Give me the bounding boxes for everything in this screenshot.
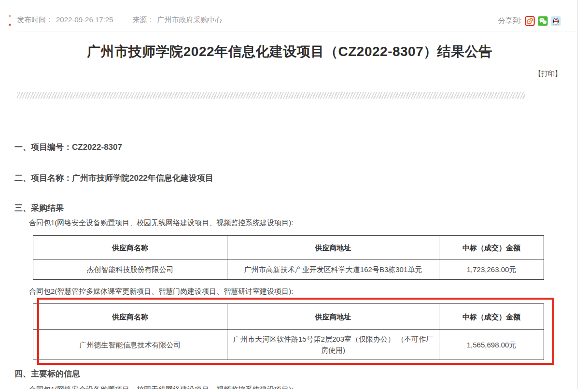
award-amount-cell: 1,565,698.00元 xyxy=(439,330,544,360)
supplier-address-cell: 广州市高新技术产业开发区科学大道162号B3栋301单元 xyxy=(227,259,439,280)
print-button[interactable]: 【打印】 xyxy=(534,70,561,78)
col-header-supplier-name: 供应商名称 xyxy=(33,236,227,259)
section-project-number: 一、项目编号：CZ2022-8307 xyxy=(14,142,122,153)
table-header-row: 供应商名称 供应商地址 中标（成交）金额 xyxy=(33,236,544,259)
package1-intro: 合同包1(网络安全设备购置项目、校园无线网络建设项目、视频监控系统建设项目): xyxy=(29,218,294,228)
section-procurement-result: 三、采购结果 xyxy=(14,202,64,214)
col-header-supplier-address: 供应商地址 xyxy=(227,236,439,259)
package1-result-table: 供应商名称 供应商地址 中标（成交）金额 杰创智能科技股份有限公司 广州市高新技… xyxy=(33,235,544,280)
table-header-row: 供应商名称 供应商地址 中标（成交）金额 xyxy=(33,304,544,330)
share-label: 分享到: xyxy=(498,16,522,26)
page-title: 广州市技师学院2022年信息化建设项目（CZ2022-8307）结果公告 xyxy=(17,43,562,61)
col-header-supplier-name: 供应商名称 xyxy=(33,304,227,330)
table-row: 广州德生智能信息技术有限公司 广州市天河区软件路15号第2层203室（仅限办公）… xyxy=(33,330,544,360)
publish-time-label: 发布时间： xyxy=(17,15,53,24)
supplier-name-cell: 杰创智能科技股份有限公司 xyxy=(33,259,227,280)
share-group: 分享到: xyxy=(498,16,561,26)
source-label: 来源： xyxy=(132,15,154,24)
procurement-result-page: 发布时间：2022-09-26 17:25来源：广州市政府采购中心 分享到: xyxy=(0,0,588,389)
left-edge-artifact xyxy=(9,15,11,17)
package2-result-table: 供应商名称 供应商地址 中标（成交）金额 广州德生智能信息技术有限公司 广州市天… xyxy=(33,303,544,360)
section-main-subject-info: 四、主要标的信息 xyxy=(14,368,80,379)
section-project-name: 二、项目名称：广州市技师学院2022年信息化建设项目 xyxy=(14,173,213,184)
col-header-award-amount: 中标（成交）金额 xyxy=(439,304,544,330)
publish-time-value: 2022-09-26 17:25 xyxy=(56,15,113,24)
supplier-address-cell: 广州市天河区软件路15号第2层203室（仅限办公） （不可作厂房使用) xyxy=(227,330,439,360)
award-amount-cell: 1,723,263.00元 xyxy=(439,259,544,280)
page-right-border xyxy=(577,0,578,389)
package2-intro: 合同包2(智慧管控多媒体课室更新项目、智慧门岗建设项目、智慧研讨室建设项目): xyxy=(29,287,294,296)
col-header-supplier-address: 供应商地址 xyxy=(227,304,439,330)
hatched-divider xyxy=(17,92,525,99)
left-edge-artifact xyxy=(9,24,11,26)
bottom-clipped-text: 合同包1(网络安全设备购置项目、校园无线网络建设项目、视频监控系统建设项目): xyxy=(29,385,294,389)
source-value: 广州市政府采购中心 xyxy=(157,15,222,24)
table-row: 杰创智能科技股份有限公司 广州市高新技术产业开发区科学大道162号B3栋301单… xyxy=(33,259,544,280)
col-header-award-amount: 中标（成交）金额 xyxy=(439,236,544,259)
meta-bar: 发布时间：2022-09-26 17:25来源：广州市政府采购中心 xyxy=(17,15,225,25)
qq-icon[interactable] xyxy=(551,16,561,26)
meta-divider xyxy=(17,31,578,31)
supplier-name-cell: 广州德生智能信息技术有限公司 xyxy=(33,330,227,360)
wechat-icon[interactable] xyxy=(538,16,548,26)
weibo-icon[interactable] xyxy=(525,16,535,26)
